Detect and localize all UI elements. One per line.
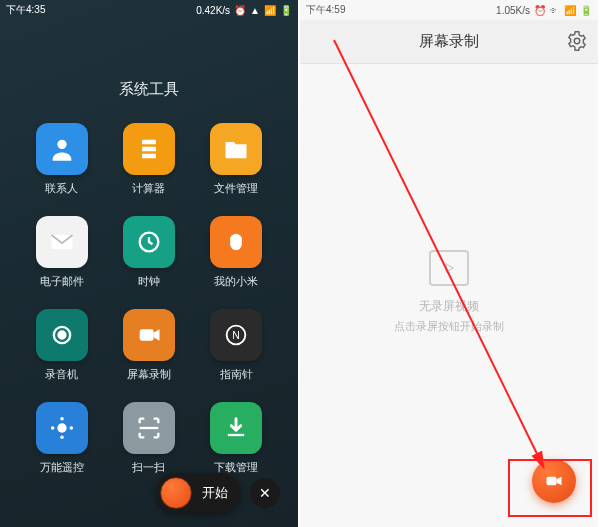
svg-point-9	[58, 332, 65, 339]
svg-point-18	[69, 426, 73, 430]
email-icon	[36, 216, 88, 268]
svg-point-15	[60, 417, 64, 421]
mymi-icon	[210, 216, 262, 268]
empty-line2: 点击录屏按钮开始录制	[300, 319, 598, 334]
start-record-button[interactable]: 开始	[156, 473, 240, 513]
svg-point-21	[574, 38, 580, 44]
status-time: 下午4:59	[306, 3, 345, 17]
signal-icon: 📶	[564, 5, 576, 16]
app-remote[interactable]: 万能遥控	[18, 402, 105, 475]
empty-line1: 无录屏视频	[300, 298, 598, 315]
battery-icon: 🔋	[580, 5, 592, 16]
app-contacts[interactable]: 联系人	[18, 123, 105, 196]
svg-marker-22	[446, 264, 453, 272]
svg-rect-1	[142, 140, 156, 145]
app-recorder[interactable]: 录音机	[18, 309, 105, 382]
app-label: 计算器	[132, 181, 165, 196]
app-label: 文件管理	[214, 181, 258, 196]
app-label: 电子邮件	[40, 274, 84, 289]
battery-icon: 🔋	[280, 5, 292, 16]
app-label: 录音机	[45, 367, 78, 382]
right-phone: 下午4:59 1.05K/s ⏰ ᯤ 📶 🔋 屏幕录制 无录屏视频 点击录屏按钮…	[300, 0, 598, 527]
folder-title: 系统工具	[0, 80, 298, 99]
scan-icon	[123, 402, 175, 454]
app-mymi[interactable]: 我的小米	[193, 216, 280, 289]
svg-rect-10	[140, 329, 154, 341]
app-scan[interactable]: 扫一扫	[105, 402, 192, 475]
status-net: 0.42K/s	[196, 5, 230, 16]
record-dot-icon	[160, 477, 192, 509]
app-label: 我的小米	[214, 274, 258, 289]
svg-text:N: N	[233, 329, 241, 341]
calculator-icon	[123, 123, 175, 175]
download-icon	[210, 402, 262, 454]
svg-point-16	[60, 436, 64, 440]
left-phone: 下午4:35 0.42K/s ⏰ ▲ 📶 🔋 系统工具 联系人计算器文件管理电子…	[0, 0, 298, 527]
wifi-icon: ᯤ	[550, 5, 560, 16]
svg-rect-3	[142, 154, 156, 159]
recorder-icon	[36, 309, 88, 361]
svg-point-14	[57, 423, 66, 432]
app-label: 屏幕录制	[127, 367, 171, 382]
app-email[interactable]: 电子邮件	[18, 216, 105, 289]
compass-icon: N	[210, 309, 262, 361]
app-calculator[interactable]: 计算器	[105, 123, 192, 196]
svg-marker-11	[154, 329, 160, 341]
files-icon	[210, 123, 262, 175]
svg-rect-7	[230, 234, 242, 250]
clock-icon	[123, 216, 175, 268]
start-label: 开始	[202, 484, 234, 502]
svg-point-0	[57, 140, 66, 149]
status-net: 1.05K/s	[496, 5, 530, 16]
app-screenrec[interactable]: 屏幕录制	[105, 309, 192, 382]
play-placeholder-icon	[429, 250, 469, 286]
app-files[interactable]: 文件管理	[193, 123, 280, 196]
status-bar-left: 下午4:35 0.42K/s ⏰ ▲ 📶 🔋	[0, 0, 298, 20]
remote-icon	[36, 402, 88, 454]
app-label: 万能遥控	[40, 460, 84, 475]
svg-rect-2	[142, 147, 156, 152]
alarm-icon: ⏰	[534, 5, 546, 16]
empty-state: 无录屏视频 点击录屏按钮开始录制	[300, 250, 598, 334]
header-title: 屏幕录制	[419, 32, 479, 51]
app-label: 时钟	[138, 274, 160, 289]
signal-icon: 📶	[264, 5, 276, 16]
app-clock[interactable]: 时钟	[105, 216, 192, 289]
gear-icon	[566, 30, 588, 52]
svg-point-17	[51, 426, 55, 430]
status-time: 下午4:35	[6, 3, 45, 17]
alarm-icon: ⏰	[234, 5, 246, 16]
settings-button[interactable]	[566, 30, 588, 56]
close-button[interactable]: ✕	[250, 478, 280, 508]
app-compass[interactable]: N指南针	[193, 309, 280, 382]
app-label: 联系人	[45, 181, 78, 196]
app-header: 屏幕录制	[300, 20, 598, 64]
record-bar: 开始 ✕	[156, 473, 280, 513]
screenrec-icon	[123, 309, 175, 361]
contacts-icon	[36, 123, 88, 175]
status-bar-right: 下午4:59 1.05K/s ⏰ ᯤ 📶 🔋	[300, 0, 598, 20]
app-label: 指南针	[220, 367, 253, 382]
wifi-icon: ▲	[250, 5, 260, 16]
annotation-box	[508, 459, 592, 517]
app-grid: 联系人计算器文件管理电子邮件时钟我的小米录音机屏幕录制N指南针万能遥控扫一扫下载…	[0, 123, 298, 475]
app-download[interactable]: 下载管理	[193, 402, 280, 475]
svg-rect-20	[228, 434, 244, 436]
